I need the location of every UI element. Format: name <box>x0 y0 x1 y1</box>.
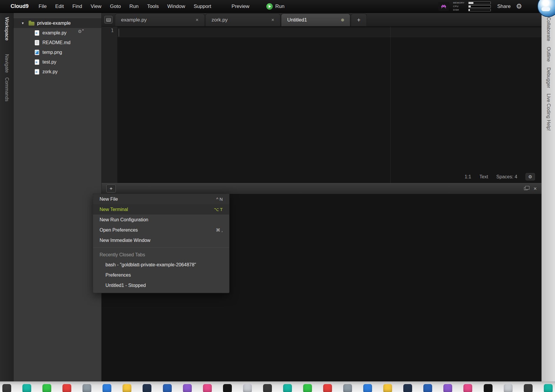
dock-app-icon[interactable] <box>143 384 151 392</box>
dock-app-icon[interactable] <box>42 384 51 392</box>
menu-support[interactable]: Support <box>194 4 212 9</box>
tree-item-label: test.py <box>42 59 56 65</box>
disclosure-triangle-icon[interactable]: ▾ <box>22 21 26 25</box>
dock-app-icon[interactable] <box>123 384 131 392</box>
spaces-setting[interactable]: Spaces: 4 <box>496 174 517 180</box>
menu-edit[interactable]: Edit <box>55 4 64 9</box>
tree-item-example-py[interactable]: example.py <box>14 28 101 38</box>
tree-item-test-py[interactable]: test.py <box>14 57 101 67</box>
dock-app-icon[interactable] <box>363 384 372 392</box>
tab-example-py[interactable]: example.py × <box>115 14 205 26</box>
dock-app-icon[interactable] <box>183 384 192 392</box>
left-rail: Workspace Navigate Commands <box>0 13 14 381</box>
cpu-gauge-label: CPU <box>453 5 468 8</box>
dock-app-icon[interactable] <box>2 384 11 392</box>
new-tab-button[interactable]: + <box>351 14 367 26</box>
current-line-highlight <box>118 28 541 37</box>
editor-settings-button[interactable]: ⚙ <box>526 173 535 180</box>
dock-app-icon[interactable] <box>263 384 272 392</box>
avatar-invader-icon[interactable] <box>438 2 449 11</box>
menu-tools[interactable]: Tools <box>147 4 159 9</box>
rail-tab-navigate[interactable]: Navigate <box>4 54 9 73</box>
menu-item-new-run-configuration[interactable]: New Run Configuration <box>93 215 229 225</box>
tree-item-label: zork.py <box>42 69 58 74</box>
new-tab-popup-menu: New File ^ N New Terminal ⌥ T New Run Co… <box>93 194 229 293</box>
close-panel-icon[interactable]: × <box>533 185 537 192</box>
dock-app-icon[interactable] <box>323 384 332 392</box>
restore-panel-icon[interactable] <box>524 187 528 190</box>
cloud9-ide: Cloud9 File Edit Find View Goto Run Tool… <box>0 0 555 392</box>
menu-item-new-immediate-window[interactable]: New Immediate Window <box>93 235 229 245</box>
menu-item-recent-bash[interactable]: bash - "goldblatt-private-example-206487… <box>93 260 229 270</box>
tree-item-zork-py[interactable]: zork.py <box>14 67 101 77</box>
dock-app-icon[interactable] <box>383 384 392 392</box>
dock-app-icon[interactable] <box>524 384 533 392</box>
open-files-list-button[interactable] <box>104 16 113 24</box>
rail-tab-live-coding-help[interactable]: Live Coding Help! <box>546 94 551 131</box>
tab-label: example.py <box>121 17 147 23</box>
settings-gear-icon[interactable]: ⚙ <box>516 2 522 10</box>
cloud9-logo-text[interactable]: Cloud9 <box>11 3 29 9</box>
tab-zork-py[interactable]: zork.py × <box>205 14 280 26</box>
dock-app-icon[interactable] <box>203 384 212 392</box>
dock-app-icon[interactable] <box>544 384 553 392</box>
menu-goto[interactable]: Goto <box>110 4 121 9</box>
tree-settings-gear-icon[interactable]: ⚙▾ <box>78 29 84 34</box>
tree-root-private-example[interactable]: ▾ private-example <box>14 18 101 28</box>
menu-item-open-preferences[interactable]: Open Preferences ⌘ , <box>93 225 229 235</box>
close-icon[interactable]: × <box>196 17 199 23</box>
editor-gutter: 1 <box>102 26 118 183</box>
close-icon[interactable]: × <box>271 17 274 23</box>
dock-app-icon[interactable] <box>504 384 513 392</box>
share-button[interactable]: Share <box>497 4 511 9</box>
dock-app-icon[interactable] <box>283 384 292 392</box>
preview-button[interactable]: Preview <box>232 4 249 9</box>
dock-app-icon[interactable] <box>463 384 472 392</box>
dock-app-icon[interactable] <box>223 384 232 392</box>
dock-app-icon[interactable] <box>443 384 452 392</box>
tab-label: Untitled1 <box>287 17 307 23</box>
menu-item-recent-preferences[interactable]: Preferences <box>93 270 229 280</box>
dock-app-icon[interactable] <box>303 384 312 392</box>
dock-app-icon[interactable] <box>403 384 412 392</box>
rail-tab-commands[interactable]: Commands <box>4 77 9 102</box>
tree-root-label: private-example <box>37 21 71 26</box>
shortcut-label: ⌘ , <box>216 227 223 233</box>
tab-label: zork.py <box>212 17 228 23</box>
rail-tab-collaborate[interactable]: Collaborate <box>546 17 551 41</box>
menu-item-new-file[interactable]: New File ^ N <box>93 194 229 204</box>
menu-item-new-terminal[interactable]: New Terminal ⌥ T <box>93 204 229 215</box>
rail-tab-debugger[interactable]: Debugger <box>546 67 551 88</box>
dock-app-icon[interactable] <box>343 384 352 392</box>
dock-app-icon[interactable] <box>243 384 252 392</box>
dock-app-icon[interactable] <box>62 384 71 392</box>
dock-app-icon[interactable] <box>82 384 91 392</box>
menu-find[interactable]: Find <box>72 4 82 9</box>
resource-gauges: MEMORY CPU DISK <box>453 1 491 11</box>
dock-app-icon[interactable] <box>163 384 172 392</box>
gear-icon: ⚙ <box>528 174 532 180</box>
menubar: Cloud9 File Edit Find View Goto Run Tool… <box>0 0 541 13</box>
run-label: Run <box>275 4 285 9</box>
dock-app-icon[interactable] <box>423 384 432 392</box>
console-plus-button[interactable]: + <box>106 185 116 192</box>
dock-app-icon[interactable] <box>103 384 111 392</box>
menu-view[interactable]: View <box>91 4 102 9</box>
dock-app-icon[interactable] <box>22 384 31 392</box>
tree-item-readme-md[interactable]: README.md <box>14 38 101 47</box>
menu-run[interactable]: Run <box>129 4 138 9</box>
syntax-mode[interactable]: Text <box>480 174 488 180</box>
rail-tab-outline[interactable]: Outline <box>546 47 551 62</box>
menu-item-recent-untitled1[interactable]: Untitled1 - Stopped <box>93 280 229 290</box>
rail-tab-workspace[interactable]: Workspace <box>4 17 9 41</box>
markdown-file-icon <box>35 40 39 45</box>
dock-app-icon[interactable] <box>484 384 493 392</box>
tree-item-temp-png[interactable]: temp.png <box>14 47 101 57</box>
code-editor[interactable]: 1 1:1 Text Spaces: 4 ⚙ <box>102 26 541 183</box>
menu-window[interactable]: Window <box>167 4 185 9</box>
tab-untitled1[interactable]: Untitled1 <box>281 14 350 26</box>
menu-file[interactable]: File <box>39 4 47 9</box>
macos-dock <box>0 381 555 392</box>
plus-icon: + <box>110 186 113 192</box>
run-button[interactable]: Run <box>266 3 285 10</box>
